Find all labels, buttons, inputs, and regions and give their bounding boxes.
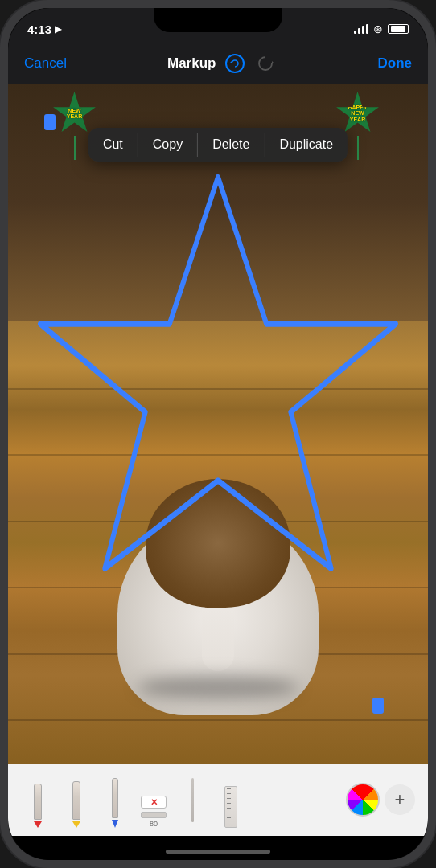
red-marker-tip (34, 821, 42, 828)
tool-yellow-marker[interactable] (60, 772, 93, 828)
color-wheel-button[interactable] (346, 783, 380, 817)
signal-bar-1 (354, 31, 356, 34)
battery-icon (388, 24, 409, 34)
nav-bar: Cancel Markup (8, 43, 428, 84)
ruler-marks (227, 788, 235, 822)
page-title: Markup (167, 55, 216, 72)
hat-left-text: NEW YEAR (64, 108, 86, 120)
blue-pen-tip (112, 820, 118, 828)
wifi-icon: ⊛ (373, 23, 383, 35)
notch (154, 8, 282, 32)
blue-pen-body (112, 778, 118, 818)
toolbar: ✕ 80 (8, 764, 428, 836)
signal-bar-2 (358, 28, 360, 34)
undo-icon (225, 54, 245, 73)
eraser-label: 80 (150, 820, 158, 828)
status-icons: ⊛ (354, 23, 409, 35)
tool-line[interactable] (175, 772, 209, 828)
selection-handle-bottom[interactable] (372, 698, 384, 714)
home-indicator (166, 850, 270, 854)
ruler-mark-5 (227, 808, 231, 809)
time-text: 4:13 (27, 23, 51, 36)
tool-ruler[interactable] (214, 772, 248, 828)
hat-left-star: NEW YEAR (52, 92, 97, 136)
context-menu-cut[interactable]: Cut (88, 128, 138, 162)
ruler-mark-6 (227, 813, 231, 813)
undo-button[interactable] (224, 52, 246, 75)
hat-right-text: HAPPY NEW YEAR (347, 104, 369, 123)
ruler-mark-1 (227, 788, 231, 789)
signal-bar-3 (362, 26, 364, 34)
tool-blue-pen[interactable] (98, 772, 132, 828)
nav-title-area: Markup (167, 52, 277, 75)
redo-button[interactable] (254, 52, 277, 75)
context-menu-duplicate[interactable]: Duplicate (265, 128, 348, 162)
svg-marker-1 (272, 61, 274, 63)
floor-plank-6 (8, 719, 428, 721)
context-menu: Cut Copy Delete Duplicate (88, 128, 348, 162)
photo-area: NEW YEAR HAPPY NEW YEAR (8, 84, 428, 764)
context-menu-delete[interactable]: Delete (198, 128, 264, 162)
phone-frame: 4:13 ▶ ⊛ Cancel Markup (0, 0, 436, 868)
signal-icon (354, 24, 368, 34)
red-marker-body (34, 784, 42, 820)
add-tool-button[interactable]: + (385, 784, 415, 815)
done-button[interactable]: Done (377, 55, 412, 72)
ruler-mark-2 (227, 793, 231, 794)
tool-eraser[interactable]: ✕ 80 (137, 772, 171, 828)
ruler-mark-4 (227, 803, 231, 804)
signal-bar-4 (366, 24, 368, 34)
line-tool-body (191, 778, 194, 822)
star-drawing (32, 148, 404, 715)
context-menu-copy[interactable]: Copy (138, 128, 197, 162)
cancel-button[interactable]: Cancel (24, 55, 67, 72)
phone-screen: 4:13 ▶ ⊛ Cancel Markup (8, 8, 428, 860)
eraser-base (141, 812, 167, 818)
eraser-x-icon: ✕ (150, 797, 158, 808)
ruler-mark-3 (227, 798, 231, 799)
selection-handle-top[interactable] (44, 114, 56, 130)
yellow-marker-tip (72, 821, 80, 828)
svg-marker-0 (229, 61, 232, 63)
eraser-body: ✕ (141, 796, 167, 809)
tool-red-marker[interactable] (21, 772, 55, 828)
ruler-body (224, 786, 237, 828)
yellow-marker-body (72, 781, 80, 820)
status-time: 4:13 ▶ (27, 23, 61, 36)
location-icon: ▶ (55, 24, 61, 35)
ruler-mark-7 (227, 817, 231, 818)
